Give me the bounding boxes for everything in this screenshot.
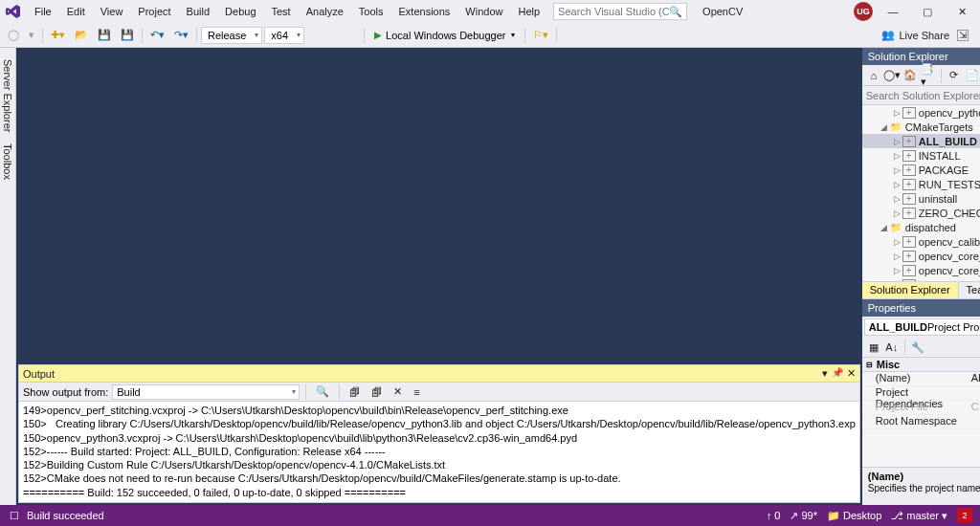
go-next-button[interactable]: 🗐 [368,384,386,400]
menu-analyze[interactable]: Analyze [299,3,351,20]
tree-item[interactable]: ▷+INSTALL [862,148,980,163]
search-input[interactable] [558,6,669,17]
save-button[interactable]: 💾 [94,27,115,43]
toggle-wrap-button[interactable]: ≡ [410,384,423,400]
output-text[interactable]: 149>opencv_perf_stitching.vcxproj -> C:\… [19,402,859,502]
save-all-button[interactable]: 💾 [117,27,138,43]
wrench-icon[interactable]: 🔧 [910,340,925,355]
menu-file[interactable]: File [27,3,59,20]
show-all-icon[interactable]: 📄 [965,68,980,83]
tree-item[interactable]: ▷+opencv_core_AVX2 [862,263,980,277]
nav-back-button[interactable]: ◯ [4,27,23,43]
nav-forward-button[interactable]: ▾ [25,27,38,43]
tree-item[interactable]: ▷+ALL_BUILD [862,134,980,148]
solution-name: OpenCV [702,6,743,17]
output-title: Output [23,368,55,380]
alphabetical-icon[interactable]: A↓ [884,340,900,355]
tree-item[interactable]: ▷+ZERO_CHECK [862,206,980,220]
output-panel: Output ▾ 📌 ✕ Show output from: Build 🔍 🗐… [18,364,860,503]
tree-item[interactable]: ▷+opencv_core_AVX [862,249,980,263]
tree-item[interactable]: ▷+PACKAGE [862,163,980,177]
new-project-button[interactable]: ✚▾ [47,27,69,43]
main-toolbar: ◯ ▾ ✚▾ 📂 💾 💾 ↶▾ ↷▾ Release x64 ▶Local Wi… [0,23,980,48]
minimize-button[interactable]: ― [879,2,907,21]
status-changes[interactable]: ↗ 99* [790,510,817,522]
status-repo[interactable]: 📁 Desktop [827,510,881,522]
close-button[interactable]: ✕ [947,2,976,21]
step-button[interactable]: ⚐▾ [529,27,552,43]
editor-area: Output ▾ 📌 ✕ Show output from: Build 🔍 🗐… [16,48,862,505]
status-publish[interactable]: ↑ 0 [767,510,781,521]
user-avatar[interactable]: UG [854,2,873,21]
platform-select[interactable]: x64 [264,27,304,44]
solution-explorer-toolbar: ⌂ ◯▾ 🏠 📑▾ ⟳ 📄 🗗 🖉 🔧 [862,65,980,86]
notifications-icon[interactable]: 2 [957,508,972,523]
redo-button[interactable]: ↷▾ [170,27,192,43]
menu-bar: FileEditViewProjectBuildDebugTestAnalyze… [0,0,980,23]
quick-launch-search[interactable]: 🔍 [553,3,687,20]
status-branch[interactable]: ⎇ master ▾ [891,510,947,522]
start-debugging-button[interactable]: ▶Local Windows Debugger▾ [368,28,521,43]
tree-item[interactable]: ◢📁dispatched [862,220,980,234]
undo-button[interactable]: ↶▾ [146,27,168,43]
dropdown-icon[interactable]: ▾ [822,367,828,380]
status-message: Build succeeded [27,510,104,521]
status-ok-icon: ☐ [8,509,21,522]
menu-edit[interactable]: Edit [59,3,93,20]
tab-solution-explorer[interactable]: Solution Explorer [862,282,959,298]
tree-item[interactable]: ▷+opencv_python3 [862,105,980,120]
properties-object-select[interactable]: ALL_BUILD Project Properties [864,318,980,336]
menu-window[interactable]: Window [457,3,510,20]
live-share-button[interactable]: 👥Live Share⇲ [874,29,976,41]
tree-item[interactable]: ▷+RUN_TESTS [862,177,980,191]
sync-icon[interactable]: 🏠 [902,68,918,83]
menu-build[interactable]: Build [179,3,217,20]
property-row[interactable]: Project FileC:\Users\Utkarsh\Desktop\ope… [862,401,980,415]
properties-header: Properties ▾⊓✕ [862,299,980,317]
solution-tree[interactable]: ▷+opencv_python3◢📁CMakeTargets▷+ALL_BUIL… [862,105,980,281]
property-row[interactable]: (Name)ALL_BUILD [862,372,980,386]
property-row[interactable]: Root Namespace [862,415,980,429]
menu-view[interactable]: View [93,3,131,20]
home-icon[interactable]: ⌂ [866,68,881,83]
left-tool-rail: Server Explorer Toolbox [0,48,16,505]
status-bar: ☐ Build succeeded ↑ 0 ↗ 99* 📁 Desktop ⎇ … [0,505,980,526]
search-icon: 🔍 [669,6,682,18]
menu-tools[interactable]: Tools [351,3,391,20]
maximize-button[interactable]: ▢ [913,2,942,21]
menu-test[interactable]: Test [264,3,299,20]
go-prev-button[interactable]: 🗐 [345,384,364,400]
menu-project[interactable]: Project [130,3,178,20]
se-search-input[interactable] [866,90,980,101]
clear-all-button[interactable]: ✕ [390,384,406,400]
output-source-select[interactable]: Build [112,384,300,400]
menu-help[interactable]: Help [510,3,547,20]
back-icon[interactable]: ◯▾ [884,68,900,83]
categorized-icon[interactable]: ▦ [866,340,881,355]
menu-extensions[interactable]: Extensions [391,3,458,20]
tree-item[interactable]: ◢📁CMakeTargets [862,120,980,134]
properties-grid[interactable]: ⊟Misc (Name)ALL_BUILDProject Dependencie… [862,357,980,467]
tree-item[interactable]: ▷+opencv_calib3d_AVX2 [862,234,980,249]
menu-debug[interactable]: Debug [217,3,263,20]
tree-item[interactable]: ▷+uninstall [862,191,980,206]
property-row[interactable]: Project Dependencies [862,386,980,401]
solution-explorer-search[interactable]: 🔍▾ [862,86,980,105]
close-panel-button[interactable]: ✕ [847,367,856,380]
vs-logo-icon [4,2,23,21]
live-share-icon: 👥 [881,29,895,41]
tab-team-explorer[interactable]: Team Explorer [959,282,980,298]
refresh-icon[interactable]: ⟳ [947,68,962,83]
config-select[interactable]: Release [201,27,262,44]
property-description: (Name) Specifies the project name. [862,467,980,505]
pin-icon[interactable]: 📌 [832,367,843,380]
find-message-button[interactable]: 🔍 [312,384,333,400]
open-button[interactable]: 📂 [71,27,92,43]
server-explorer-tab[interactable]: Server Explorer [0,54,15,138]
output-source-label: Show output from: [23,386,108,398]
collapse-icon[interactable]: 📑▾ [921,68,936,83]
toolbox-tab[interactable]: Toolbox [0,138,15,186]
